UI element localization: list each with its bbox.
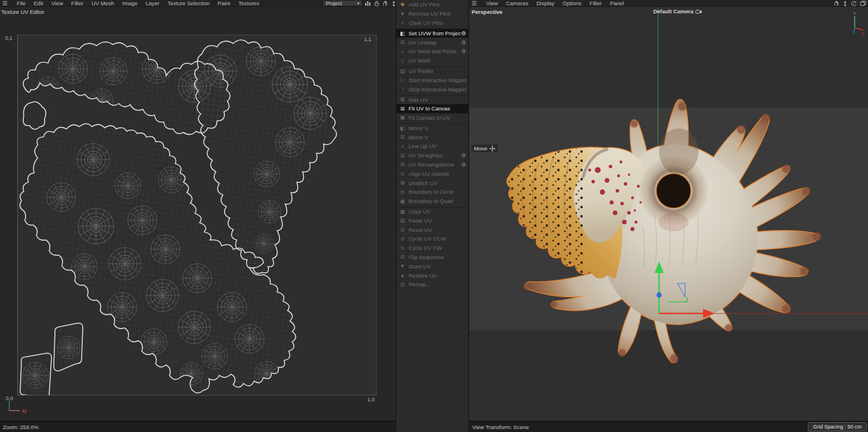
- command-icon: ▣: [399, 198, 406, 204]
- command-cycle-uv-ccw[interactable]: ↺ Cycle UV CCW ⚙: [396, 234, 468, 243]
- command-fit-canvas-to-uv[interactable]: ▣ Fit Canvas to UV ⚙: [396, 113, 468, 123]
- gear-icon[interactable]: ⚙: [461, 39, 466, 46]
- command-icon: ↺: [399, 236, 406, 242]
- command-label: Line Up UV: [409, 143, 466, 149]
- command-uv-straighten[interactable]: ⊟ UV Straighten ⚙: [396, 151, 468, 160]
- command-icon: ◧: [399, 31, 406, 36]
- command-label: Flip Sequence: [409, 254, 466, 260]
- command-cycle-uv-cw[interactable]: ↻ Cycle UV CW ⚙: [396, 243, 468, 253]
- uv-command-list: ✚ Add UV Pins ⚙ ▼ Remove UV Pins ⚙ × Cle…: [396, 0, 468, 289]
- maximize-icon[interactable]: [860, 1, 866, 6]
- command-mirror-v[interactable]: ⊟ Mirror V ⚙: [396, 132, 468, 142]
- command-clear-uv-pins[interactable]: × Clear UV Pins ⚙: [396, 19, 468, 28]
- command-uv-peeler[interactable]: ▤ UV Peeler ⚙: [396, 67, 468, 76]
- command-label: Reset UV: [409, 227, 466, 233]
- command-icon: ▷: [399, 77, 406, 83]
- command-flip-sequence[interactable]: ⇄ Flip Sequence ⚙: [396, 253, 468, 262]
- zoom-level: Zoom: 259.0%: [3, 424, 39, 430]
- command-label: Boundary to Circle: [409, 189, 466, 195]
- camera-label[interactable]: Default Camera: [640, 8, 715, 14]
- menu-item-filter[interactable]: Filter: [71, 0, 83, 6]
- command-align-uv-islands[interactable]: ◎ Align UV Islands ⚙: [396, 169, 468, 178]
- uv-canvas[interactable]: [17, 35, 377, 396]
- rotate-icon[interactable]: [851, 1, 857, 7]
- command-uv-weld[interactable]: ▯ UV Weld ⚙: [396, 56, 468, 65]
- menu-item-view[interactable]: View: [52, 0, 63, 6]
- command-icon: ▤: [399, 217, 406, 223]
- grid-spacing-badge[interactable]: Grid Spacing : 50 cm: [808, 422, 867, 431]
- menu-item-texture-selection[interactable]: Texture Selection: [167, 0, 209, 6]
- viewport-menu: ViewCamerasDisplayOptionsFilterPanel: [486, 0, 624, 6]
- hand-icon[interactable]: [834, 1, 840, 6]
- menu-item-panel[interactable]: Panel: [610, 0, 624, 6]
- command-label: Set UVW from Projection: [409, 30, 461, 36]
- command-icon: ⊞: [399, 106, 406, 112]
- command-uv-rectangularize[interactable]: ⊞ UV Rectangularize ⚙: [396, 160, 468, 169]
- command-fit-uv-to-canvas[interactable]: ⊞ Fit UV to Canvas ⚙: [396, 104, 468, 113]
- command-remove-uv-pins[interactable]: ▼ Remove UV Pins ⚙: [396, 9, 468, 19]
- command-line-up-uv[interactable]: ≡ Line Up UV ⚙: [396, 142, 468, 151]
- panel-menu-icon[interactable]: ☰: [472, 0, 477, 6]
- command-label: Cycle UV CW: [409, 245, 466, 251]
- gear-icon[interactable]: ⚙: [461, 152, 466, 158]
- command-reset-uv[interactable]: ⊡ Reset UV ⚙: [396, 225, 468, 234]
- uv-corner-11: 1,1: [364, 36, 372, 42]
- command-boundary-to-quad[interactable]: ▣ Boundary to Quad ⚙: [396, 197, 468, 206]
- texture-uv-editor-panel: ☰ FileEditViewFilterUV MeshImageLayerTex…: [0, 0, 395, 432]
- command-unstitch-uv[interactable]: ⊠ Unstitch UV ⚙: [396, 178, 468, 187]
- command-add-uv-pins[interactable]: ✚ Add UV Pins ⚙: [396, 0, 468, 9]
- command-paste-uv[interactable]: ▤ Paste UV ⚙: [396, 216, 468, 225]
- move-icon: [490, 146, 495, 152]
- viewport-3d-view[interactable]: Perspective Default Camera Move: [469, 7, 868, 421]
- menu-item-edit[interactable]: Edit: [34, 0, 43, 6]
- command-label: Fit Canvas to UV: [409, 115, 466, 121]
- command-restore-uv[interactable]: ▲ Restore UV ⚙: [396, 271, 468, 280]
- command-store-uv[interactable]: ▼ Store UV ⚙: [396, 261, 468, 271]
- menu-item-textures[interactable]: Textures: [238, 0, 259, 6]
- command-icon: ▦: [399, 209, 406, 215]
- uv-axis-indicator: U: [5, 397, 39, 414]
- gear-icon[interactable]: ⚙: [461, 30, 466, 36]
- command-stop-interactive-mapping[interactable]: ◔ Stop Interactive Mapping ⚙: [396, 84, 468, 94]
- command-label: UV Rectangularize: [409, 161, 461, 168]
- viewport-menubar: ☰ ViewCamerasDisplayOptionsFilterPanel: [469, 0, 868, 7]
- command-uv-unwrap[interactable]: ⊟ UV Unwrap ⚙: [396, 38, 468, 47]
- menu-item-display[interactable]: Display: [536, 0, 554, 6]
- command-icon: ⊠: [399, 97, 406, 102]
- command-label: Boundary to Quad: [409, 198, 466, 204]
- menu-item-filter[interactable]: Filter: [590, 0, 602, 6]
- command-set-uvw-from-projection[interactable]: ◧ Set UVW from Projection ⚙: [396, 28, 468, 38]
- menu-item-cameras[interactable]: Cameras: [506, 0, 528, 6]
- menu-item-uv-mesh[interactable]: UV Mesh: [91, 0, 114, 6]
- command-max-uv[interactable]: ⊠ Max UV ⚙: [396, 95, 468, 104]
- command-uv-weld-and-relax[interactable]: ≈ UV Weld and Relax ⚙: [396, 47, 468, 56]
- command-icon: ⊡: [399, 227, 406, 232]
- menu-item-view[interactable]: View: [486, 0, 498, 6]
- gear-icon[interactable]: ⚙: [461, 161, 466, 168]
- command-start-interactive-mapping[interactable]: ▷ Start Interactive Mapping ⚙: [396, 75, 468, 84]
- menu-item-image[interactable]: Image: [122, 0, 137, 6]
- application-window: ☰ FileEditViewFilterUV MeshImageLayerTex…: [0, 0, 868, 432]
- menu-item-file[interactable]: File: [17, 0, 25, 6]
- command-label: Mirror U: [409, 125, 466, 131]
- project-dropdown[interactable]: Project▾: [323, 0, 362, 6]
- command-label: Add UV Pins: [409, 1, 466, 8]
- command-icon: ⊟: [399, 153, 406, 158]
- histogram-icon[interactable]: [365, 1, 371, 6]
- menu-item-layer[interactable]: Layer: [146, 0, 160, 6]
- swap-vertical-icon[interactable]: [843, 1, 848, 7]
- menu-item-paint[interactable]: Paint: [218, 0, 230, 6]
- command-copy-uv[interactable]: ▦ Copy UV ⚙: [396, 207, 468, 216]
- view-transform-label: View Transform: Scene: [472, 424, 529, 430]
- command-mirror-u[interactable]: ◧ Mirror U ⚙: [396, 123, 468, 132]
- menu-item-options[interactable]: Options: [562, 0, 582, 6]
- command-boundary-to-circle[interactable]: ◎ Boundary to Circle ⚙: [396, 187, 468, 197]
- swap-vertical-icon[interactable]: [391, 1, 396, 7]
- command-label: Fit UV to Canvas: [409, 105, 466, 112]
- gear-icon[interactable]: ⚙: [461, 48, 466, 54]
- command-remap[interactable]: ⊡ Remap... ⚙: [396, 280, 468, 289]
- command-icon: ×: [399, 20, 406, 25]
- panel-menu-icon[interactable]: ☰: [2, 0, 8, 6]
- lock-icon[interactable]: [374, 1, 380, 6]
- hand-icon[interactable]: [382, 1, 388, 6]
